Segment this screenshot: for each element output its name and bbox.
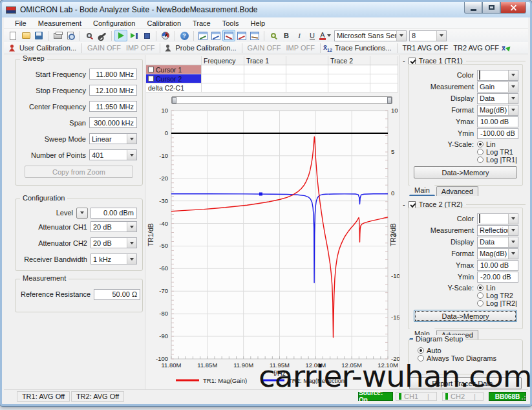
trace2-4-input[interactable]: -20.00 dB: [477, 272, 518, 283]
sweep-4-select[interactable]: Linear: [89, 133, 137, 144]
minimize-button[interactable]: [464, 2, 482, 14]
print-button[interactable]: [51, 30, 64, 41]
italic-button[interactable]: I: [293, 30, 306, 41]
dropdown-button[interactable]: [127, 222, 136, 232]
single-sweep-button[interactable]: [127, 30, 140, 41]
cursor-label-cell[interactable]: Cursor 2: [146, 74, 202, 83]
sweep-0-input[interactable]: 11.800 MHz: [89, 69, 137, 80]
maximize-button[interactable]: [482, 2, 500, 14]
trace1-tab-advanced[interactable]: Advanced: [436, 186, 478, 196]
user-calibration-button[interactable]: User Calibration...: [17, 44, 79, 52]
open-file-button[interactable]: [19, 30, 32, 41]
resize-grip[interactable]: [519, 393, 527, 401]
print-preview-button[interactable]: [64, 30, 77, 41]
config-1-select[interactable]: 20 dB: [90, 237, 137, 248]
cursor-label-cell[interactable]: Cursor 1: [146, 65, 202, 74]
trace2-checkbox[interactable]: [409, 201, 416, 208]
dropdown-button[interactable]: [508, 226, 518, 235]
trace1-1-select[interactable]: Data: [477, 93, 518, 104]
font-size-dropdown-button[interactable]: [436, 31, 446, 41]
menu-file[interactable]: File: [9, 18, 32, 28]
menu-help[interactable]: Help: [244, 18, 271, 28]
device-status-button[interactable]: [159, 30, 172, 41]
menu-measurement[interactable]: Measurement: [32, 18, 87, 28]
dropdown-button[interactable]: [127, 254, 136, 264]
collapse-icon[interactable]: -: [403, 200, 405, 208]
trace2-1-select[interactable]: Data: [477, 237, 518, 248]
font-color-button[interactable]: A: [319, 30, 332, 41]
trace1-data-to-memory-button[interactable]: Data->Memory: [414, 166, 517, 178]
tr2-avg-status[interactable]: TR2 AVG OFF: [451, 44, 502, 52]
diagram-overlay-button[interactable]: [222, 30, 235, 41]
trace2-yscale-option[interactable]: Log |TR2|: [477, 299, 518, 307]
trace1-yscale-option[interactable]: Log TR1: [477, 148, 518, 155]
trace1-checkbox[interactable]: [409, 58, 416, 65]
trace1-2-select[interactable]: Mag(dB): [477, 105, 518, 116]
dropdown-button[interactable]: [508, 105, 518, 115]
diagram-two-button[interactable]: [209, 30, 222, 41]
config-2-select[interactable]: 1 kHz: [90, 254, 137, 264]
diagram-wave-button[interactable]: [235, 30, 248, 41]
trace2-2-select[interactable]: Mag(dB): [477, 248, 518, 259]
trace1-yscale-option[interactable]: Log |TR1|: [477, 156, 518, 163]
trace2-yscale-option[interactable]: Lin: [477, 284, 518, 291]
menu-calibration[interactable]: Calibration: [141, 18, 187, 28]
copy-from-zoom-button[interactable]: Copy from Zoom: [25, 166, 133, 178]
trace1-color-select[interactable]: [477, 70, 518, 81]
menu-configuration[interactable]: Configuration: [87, 18, 141, 28]
font-family-dropdown-button[interactable]: [396, 31, 406, 41]
trace2-color-select[interactable]: [477, 213, 518, 224]
trace1-3-input[interactable]: 10.00 dB: [477, 116, 518, 127]
trace2-data-to-memory-button[interactable]: Data->Memory: [414, 310, 517, 322]
dropdown-button[interactable]: [508, 94, 518, 103]
highlight-button[interactable]: [267, 30, 280, 41]
zoom-button[interactable]: [83, 30, 96, 41]
bold-button[interactable]: B: [280, 30, 293, 41]
dropdown-button[interactable]: [508, 249, 518, 259]
title-bar[interactable]: OMICRON Lab - Bode Analyzer Suite - NewB…: [2, 2, 530, 17]
trace2-0-select[interactable]: Reflection: [477, 225, 518, 236]
sweep-1-input[interactable]: 12.100 MHz: [89, 85, 137, 96]
menu-trace[interactable]: Trace: [187, 18, 217, 28]
cursor-checkbox[interactable]: [148, 67, 154, 72]
trace1-color-dropdown[interactable]: [508, 70, 518, 80]
start-measurement-button[interactable]: [114, 30, 127, 41]
sweep-5-select[interactable]: 401: [89, 149, 137, 160]
trace1-yscale-option[interactable]: Lin: [477, 140, 518, 147]
dropdown-button[interactable]: [127, 134, 136, 144]
trace2-yscale-option[interactable]: Log TR2: [477, 292, 518, 299]
dropdown-button[interactable]: [508, 82, 518, 92]
close-button[interactable]: [500, 2, 526, 14]
diagram-one-button[interactable]: [197, 30, 209, 41]
stop-button[interactable]: [140, 30, 153, 41]
level-dropdown-button[interactable]: [76, 208, 88, 219]
sweep-3-input[interactable]: 300.000 kHz: [89, 117, 137, 128]
config-0-select[interactable]: 20 dB: [90, 221, 137, 232]
chart-canvas[interactable]: 11.80M11.85M11.90M11.95M12.00M12.05M12.1…: [146, 99, 399, 390]
cursor-checkbox[interactable]: [148, 76, 154, 81]
dropdown-button[interactable]: [127, 238, 136, 248]
level-input[interactable]: 0.00 dBm: [90, 208, 137, 219]
trace1-tab-main[interactable]: Main: [409, 185, 435, 196]
reference-resistance-input[interactable]: 50.00 Ω: [94, 289, 140, 300]
dropdown-button[interactable]: [127, 150, 136, 160]
font-family-select[interactable]: Microsoft Sans Ser: [334, 30, 407, 41]
trace1-4-input[interactable]: -100.00 dB: [477, 128, 518, 139]
cursor-label-cell[interactable]: delta C2-C1: [146, 83, 202, 92]
sweep-2-input[interactable]: 11.950 MHz: [89, 101, 137, 112]
menu-tools[interactable]: Tools: [217, 18, 245, 28]
collapse-icon[interactable]: -: [403, 57, 405, 65]
save-button[interactable]: [32, 30, 45, 41]
dropdown-button[interactable]: [508, 237, 518, 247]
tr1-avg-status[interactable]: TR1 AVG OFF: [400, 44, 451, 52]
underline-button[interactable]: U: [306, 30, 319, 41]
trace2-3-input[interactable]: 10.00 dB: [477, 260, 518, 271]
trace1-0-select[interactable]: Gain: [477, 81, 518, 92]
trace-functions-button[interactable]: Trace Functions...: [332, 44, 394, 52]
font-size-select[interactable]: 8: [409, 30, 447, 41]
help-button[interactable]: ?: [178, 30, 191, 41]
diagram-setup-option[interactable]: Auto: [418, 347, 522, 354]
probe-calibration-button[interactable]: Probe Calibration...: [173, 44, 239, 52]
diagram-polar-button[interactable]: [248, 30, 261, 41]
trace2-color-dropdown[interactable]: [508, 214, 518, 224]
